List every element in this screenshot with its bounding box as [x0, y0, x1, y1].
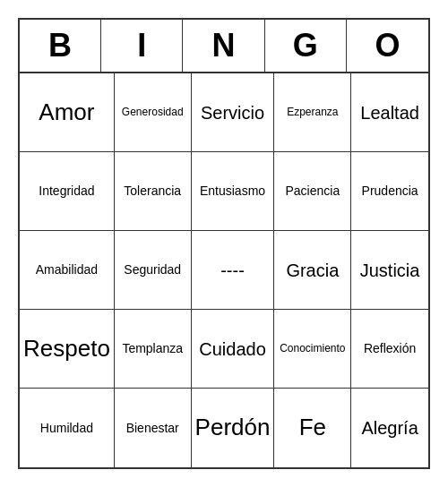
- bingo-cell: Integridad: [20, 152, 115, 231]
- header-letter: O: [347, 20, 428, 72]
- cell-text: Amabilidad: [36, 262, 98, 278]
- header-letter: B: [20, 20, 101, 72]
- bingo-cell: Templanza: [115, 310, 192, 389]
- cell-text: Ezperanza: [287, 106, 338, 118]
- bingo-card: BINGO AmorGenerosidadServicioEzperanzaLe…: [18, 18, 430, 469]
- bingo-cell: Amor: [20, 73, 115, 152]
- cell-text: Generosidad: [122, 106, 184, 118]
- cell-text: Justicia: [360, 260, 420, 281]
- bingo-cell: Conocimiento: [274, 310, 351, 389]
- bingo-cell: Justicia: [351, 231, 428, 310]
- bingo-cell: Gracia: [274, 231, 351, 310]
- bingo-cell: Amabilidad: [20, 231, 115, 310]
- cell-text: ----: [220, 260, 245, 281]
- bingo-cell: Servicio: [192, 73, 275, 152]
- bingo-cell: Tolerancia: [115, 152, 192, 231]
- bingo-cell: Respeto: [20, 310, 115, 389]
- cell-text: Gracia: [286, 260, 339, 281]
- cell-text: Cuidado: [199, 338, 266, 360]
- cell-text: Humildad: [40, 421, 93, 436]
- cell-text: Paciencia: [285, 184, 340, 199]
- bingo-cell: Paciencia: [274, 152, 351, 231]
- cell-text: Entusiasmo: [200, 184, 265, 199]
- bingo-cell: Alegría: [351, 389, 428, 467]
- cell-text: Integridad: [39, 184, 94, 199]
- bingo-cell: Humildad: [20, 389, 115, 467]
- cell-text: Prudencia: [362, 184, 418, 199]
- cell-text: Servicio: [201, 102, 264, 124]
- bingo-cell: Ezperanza: [274, 73, 351, 152]
- cell-text: Amor: [39, 98, 94, 126]
- bingo-cell: Cuidado: [192, 310, 275, 389]
- cell-text: Reflexión: [364, 341, 416, 356]
- bingo-cell: Bienestar: [115, 389, 192, 467]
- bingo-grid: AmorGenerosidadServicioEzperanzaLealtadI…: [20, 73, 428, 467]
- bingo-cell: Perdón: [192, 389, 275, 467]
- bingo-cell: Generosidad: [115, 73, 192, 152]
- cell-text: Perdón: [195, 414, 271, 441]
- header-letter: G: [265, 20, 347, 72]
- cell-text: Bienestar: [126, 421, 179, 436]
- cell-text: Conocimiento: [280, 342, 345, 355]
- cell-text: Seguridad: [124, 262, 181, 278]
- cell-text: Lealtad: [360, 102, 419, 124]
- bingo-cell: Prudencia: [351, 152, 428, 231]
- bingo-cell: ----: [192, 231, 275, 310]
- cell-text: Templanza: [122, 341, 183, 356]
- cell-text: Fe: [299, 414, 326, 441]
- bingo-header: BINGO: [20, 20, 428, 73]
- cell-text: Respeto: [23, 335, 110, 363]
- bingo-cell: Fe: [274, 389, 351, 467]
- header-letter: N: [183, 20, 264, 72]
- bingo-cell: Seguridad: [115, 231, 192, 310]
- bingo-cell: Reflexión: [351, 310, 428, 389]
- bingo-cell: Entusiasmo: [192, 152, 275, 231]
- bingo-cell: Lealtad: [351, 73, 428, 152]
- header-letter: I: [101, 20, 183, 72]
- cell-text: Tolerancia: [124, 184, 181, 199]
- cell-text: Alegría: [361, 417, 418, 439]
